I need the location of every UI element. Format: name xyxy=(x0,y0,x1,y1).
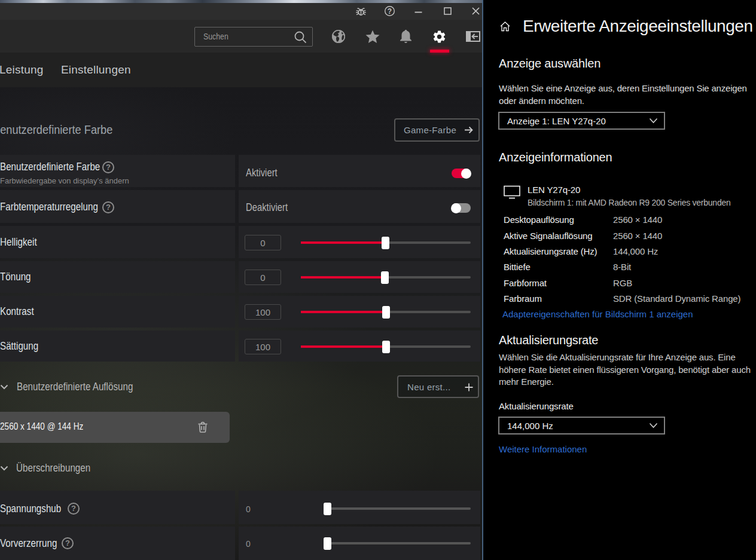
svg-text:?: ? xyxy=(388,7,392,16)
